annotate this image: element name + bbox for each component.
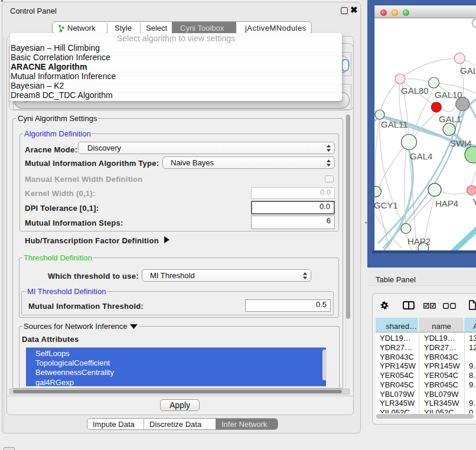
svg-text:GAL: GAL — [460, 66, 476, 76]
svg-text:HAP4: HAP4 — [435, 198, 458, 208]
svg-text:HAP2: HAP2 — [407, 236, 431, 246]
svg-text:GAL4: GAL4 — [410, 151, 432, 161]
svg-text:GAL80: GAL80 — [401, 86, 429, 96]
svg-text:GAL10: GAL10 — [435, 90, 462, 100]
svg-text:SWI4: SWI4 — [450, 138, 472, 148]
svg-text:GAL1: GAL1 — [439, 114, 461, 124]
svg-text:Y: Y — [472, 197, 476, 207]
svg-text:GCY1: GCY1 — [374, 200, 398, 210]
svg-text:GAL11: GAL11 — [381, 119, 408, 129]
